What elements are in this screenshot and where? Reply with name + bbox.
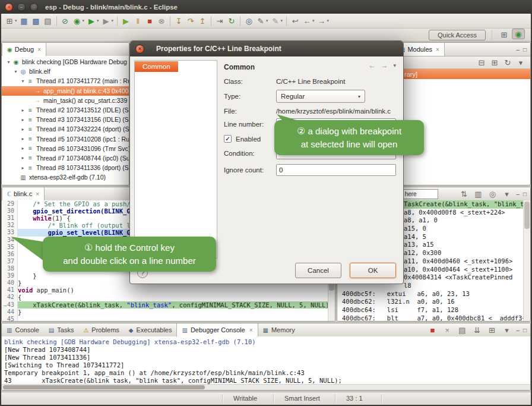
code-line[interactable]: 41void app_main() (2, 287, 328, 294)
debug-icon[interactable]: ◉▾ (71, 15, 86, 27)
run-icon[interactable]: ▶▾ (86, 15, 100, 27)
forward-icon[interactable]: → (381, 61, 388, 70)
line-number[interactable]: 38 (2, 265, 18, 272)
external-tools-icon[interactable]: ▶▾ (100, 15, 115, 27)
new-wizard-icon[interactable]: ⊞▾ (4, 15, 18, 27)
skip-all-breakpoints-icon[interactable]: ⊘ (59, 15, 71, 27)
window-maximize-icon[interactable]: □ (30, 3, 38, 11)
line-number[interactable]: 32 (2, 222, 18, 229)
console-hscrollbar[interactable] (2, 384, 530, 390)
line-number[interactable]: 31 (2, 215, 18, 222)
resume-icon[interactable]: ▶ (120, 15, 132, 27)
view-menu-icon[interactable]: ▾ (515, 56, 527, 69)
debug-perspective-icon[interactable]: ◉ (512, 29, 525, 39)
step-return-icon[interactable]: ↥ (197, 15, 208, 27)
tab-debugger-console[interactable]: ▥Debugger Console× (176, 323, 258, 336)
tree-expander-icon[interactable]: ▾ (20, 78, 26, 84)
print-icon[interactable]: ▤ (42, 15, 54, 27)
ok-button[interactable]: OK (350, 263, 396, 278)
debug-tree-item[interactable]: ▾≡Thread #1 1073411772 (main : Runn (2, 76, 129, 86)
quick-access-button[interactable]: Quick Access (429, 30, 486, 40)
scrollbar-thumb[interactable] (524, 202, 530, 229)
tree-expander-icon[interactable]: ▸ (20, 117, 26, 122)
minimize-icon[interactable]: ‒ (516, 191, 520, 197)
show-source-icon[interactable]: ▥ (472, 188, 484, 200)
line-number[interactable]: 42 (2, 294, 18, 301)
next-annotation-icon[interactable]: ✎▾ (255, 15, 270, 27)
tree-expander-icon[interactable]: ▸ (20, 108, 26, 113)
line-number[interactable]: 44 (2, 309, 18, 316)
minimize-icon[interactable]: ‒ (516, 327, 520, 333)
debug-tree-item[interactable]: ▸≡Thread #3 1073413156 (IDLE) (Susp (2, 115, 129, 124)
tab-executables[interactable]: ◆Executables (124, 323, 177, 336)
tree-expander-icon[interactable]: ▸ (20, 165, 26, 171)
nav-item-common[interactable]: Common (135, 61, 178, 72)
debug-tree-item[interactable]: ▥xtensa-esp32-elf-gdb (7.10) (2, 172, 129, 182)
disassembly-scrollbar[interactable] (523, 200, 530, 321)
view-menu-icon[interactable]: ▾ (501, 188, 512, 200)
clear-console-icon[interactable]: ▤ (456, 324, 468, 336)
open-perspective-icon[interactable]: ⊞ (498, 29, 510, 41)
tab-tasks[interactable]: ▤Tasks (44, 323, 79, 336)
step-over-icon[interactable]: ↷ (185, 15, 197, 27)
back-icon[interactable]: ← (368, 61, 375, 70)
tree-expander-icon[interactable]: ▸ (20, 155, 26, 160)
open-console-icon[interactable]: ▾ (501, 324, 512, 336)
save-all-icon[interactable]: ▩ (30, 15, 42, 27)
tree-expander-icon[interactable]: ▸ (20, 127, 26, 132)
debug-tree-item[interactable]: ▸≡Thread #4 1073432224 (dport) (Sus (2, 124, 129, 134)
search-icon[interactable]: ◎ (243, 15, 255, 27)
window-minimize-icon[interactable]: ‒ (17, 3, 26, 11)
tab-console[interactable]: ▥Console (2, 323, 44, 336)
scrollbar-thumb[interactable] (3, 385, 205, 389)
sync-with-stack-frame-icon[interactable]: ⇅ (458, 188, 470, 200)
refresh-icon[interactable]: ↻ (502, 56, 514, 69)
maximize-icon[interactable]: □ (523, 191, 527, 197)
maximize-icon[interactable]: □ (523, 46, 527, 53)
code-line[interactable]: →43 xTaskCreate(&blink_task, "blink_task… (2, 301, 328, 309)
tree-expander-icon[interactable]: ▾ (12, 69, 19, 74)
expand-all-icon[interactable]: ⊞ (489, 56, 501, 69)
line-number[interactable]: 30 (2, 207, 18, 215)
view-menu-icon[interactable]: ▾ (393, 62, 396, 68)
suspend-icon[interactable]: ‖ (132, 15, 144, 27)
tree-expander-icon[interactable]: ▸ (20, 136, 26, 141)
minimize-icon[interactable]: ‒ (516, 46, 520, 53)
line-number[interactable]: 29 (2, 200, 18, 207)
line-number[interactable]: 45 (2, 316, 18, 321)
step-into-icon[interactable]: ↧ (173, 15, 185, 27)
save-icon[interactable]: ▦ (18, 15, 30, 27)
enabled-checkbox[interactable]: ✓ (224, 135, 232, 143)
tab-memory[interactable]: ▦Memory (258, 323, 300, 336)
debug-tree-item[interactable]: →app_main() at blink.c:43 0x400db (2, 86, 129, 96)
close-icon[interactable]: × (249, 327, 253, 333)
close-icon[interactable]: × (36, 191, 39, 197)
cancel-button[interactable]: Cancel (295, 263, 341, 278)
debug-tree-item[interactable]: ▸≡Thread #2 1073413512 (IDLE) (Susp (2, 105, 129, 115)
remove-launch-icon[interactable]: × (441, 324, 453, 336)
console-output-area[interactable]: blink checking [GDB Hardware Debugging] … (2, 336, 530, 390)
tab-debug[interactable]: ◉ Debug × (2, 43, 46, 56)
last-edit-location-icon[interactable]: ↩ (289, 15, 301, 27)
dialog-close-icon[interactable]: × (135, 45, 144, 53)
tree-expander-icon[interactable]: ▾ (5, 59, 12, 65)
line-number[interactable]: 41 (2, 287, 18, 294)
maximize-icon[interactable]: □ (523, 327, 527, 333)
close-icon[interactable]: × (436, 46, 439, 53)
debug-tree-item[interactable]: ▾◎blink.elf (2, 67, 129, 76)
pin-console-icon[interactable]: ⊞ (486, 324, 498, 336)
ignore-count-input[interactable] (276, 164, 396, 176)
track-expression-icon[interactable]: ◎ (486, 188, 498, 200)
debug-tree-item[interactable]: ▸≡Thread #7 1073408744 (ipc0) (Susp (2, 153, 129, 163)
window-close-icon[interactable]: × (5, 3, 13, 11)
tab-problems[interactable]: ⚠Problems (78, 323, 124, 336)
terminate-icon[interactable]: ■ (426, 324, 438, 336)
tab-blink-c[interactable]: ℂ blink.c × (2, 187, 45, 200)
back-icon[interactable]: ←▾ (301, 15, 316, 27)
code-line[interactable]: 44} (2, 309, 328, 316)
line-number[interactable]: 40 (2, 279, 18, 287)
line-number[interactable]: 39 (2, 272, 18, 279)
scroll-lock-icon[interactable]: ⇊ (471, 324, 483, 336)
debug-tree-item[interactable]: ▾◉blink checking [GDB Hardware Debug (2, 57, 129, 67)
disconnect-icon[interactable]: ⊗ (156, 15, 167, 27)
